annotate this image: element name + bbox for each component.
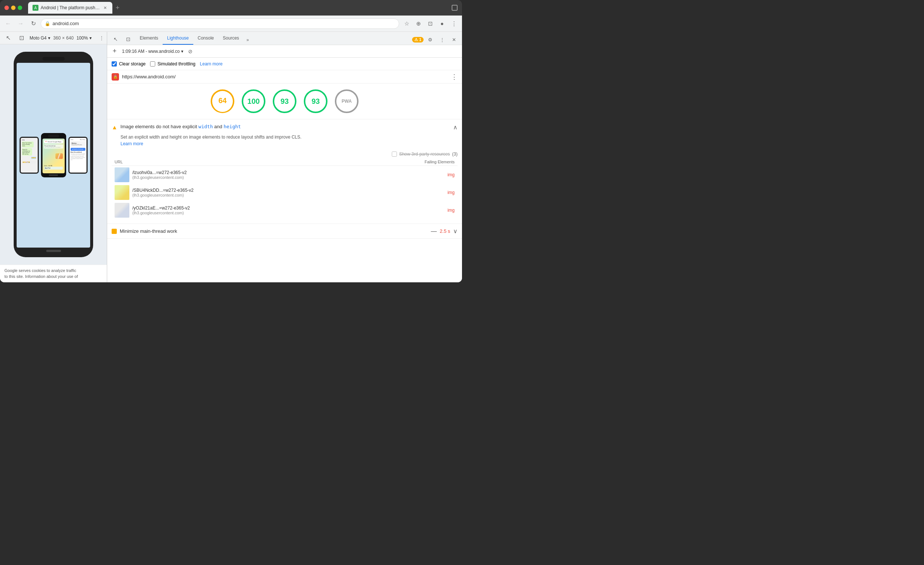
- table-row: /yOZkl21aE...=w272-e365-v2 (lh3.googleus…: [112, 201, 458, 219]
- footer-line-2: to this site. Information about your use…: [4, 274, 102, 279]
- device-tool-button[interactable]: ⊡: [123, 34, 134, 45]
- extension-button[interactable]: ⊕: [413, 18, 423, 29]
- webpage-view: ↖ ⊡ Moto G4 ▾ 360 × 640 100% ▾ ⋮: [0, 32, 107, 282]
- score-circle-best-practices[interactable]: 93: [273, 90, 296, 113]
- device-home-bar: [46, 250, 61, 252]
- address-bar[interactable]: 🔒 android.com: [40, 18, 399, 29]
- minimize-work-expand-button[interactable]: ∨: [453, 228, 458, 235]
- audit-description-text: Set an explicit width and height on imag…: [120, 135, 302, 140]
- url-text-2: /SBU4NckDD...=w272-e365-v2: [132, 188, 194, 193]
- devtools-tabs: ↖ ⊡ Elements Lighthouse Console Sources …: [107, 32, 462, 45]
- audit-table: URL Failing Elements: [112, 158, 458, 219]
- scores-row: 64 100 93: [107, 84, 462, 119]
- device-frame: John Wow! Can't believe they've already …: [14, 52, 93, 257]
- audit-title: Image elements do not have explicit widt…: [120, 124, 450, 129]
- lighthouse-session-time: 1:09:16 AM - www.android.co: [122, 49, 180, 54]
- third-party-label: Show 3rd-party resources: [399, 151, 450, 157]
- minimize-work-title: Minimize main-thread work: [120, 228, 428, 234]
- table-row: /SBU4NckDD...=w272-e365-v2 (lh3.googleus…: [112, 184, 458, 201]
- tab-sources[interactable]: Sources: [218, 32, 244, 45]
- score-best-practices: 93: [273, 90, 296, 113]
- cursor-mode-button[interactable]: ↖: [3, 33, 13, 43]
- forward-button[interactable]: →: [15, 18, 26, 29]
- audit-title-prefix: Image elements do not have explicit: [120, 124, 198, 129]
- tab-console[interactable]: Console: [193, 32, 218, 45]
- mini-phone-right: Home My Library Walden Henry David Thore…: [68, 137, 88, 174]
- score-circle-pwa[interactable]: PWA: [335, 90, 358, 113]
- profile-button[interactable]: ●: [437, 18, 447, 29]
- device-toggle-button[interactable]: ⊡: [16, 33, 27, 43]
- devtools-close-button[interactable]: ✕: [449, 34, 459, 45]
- lighthouse-session-selector[interactable]: 1:09:16 AM - www.android.co ▾: [122, 49, 183, 54]
- cast-button[interactable]: ⊡: [425, 18, 435, 29]
- table-row: /lzuohvi0a...=w272-e365-v2 (lh3.googleus…: [112, 166, 458, 184]
- dimension-display: 360 × 640: [53, 36, 74, 40]
- audit-warning-icon: ▲: [112, 124, 117, 131]
- new-tab-button[interactable]: +: [112, 3, 123, 13]
- simulated-throttling-label: Simulated throttling: [158, 61, 195, 66]
- devtools-kebab-button[interactable]: ⋮: [437, 34, 447, 45]
- lighthouse-add-button[interactable]: +: [110, 47, 119, 56]
- device-toolbar: ↖ ⊡ Moto G4 ▾ 360 × 640 100% ▾ ⋮: [0, 32, 107, 44]
- mini-phone-left: John Wow! Can't believe they've already …: [20, 137, 39, 174]
- audit-collapse-button[interactable]: ∧: [453, 124, 458, 131]
- back-button[interactable]: ←: [3, 18, 13, 29]
- audit-more-button[interactable]: ⋮: [451, 73, 458, 81]
- third-party-checkbox[interactable]: [392, 151, 397, 157]
- failing-element-3: img: [354, 201, 458, 219]
- maximize-traffic-light[interactable]: [18, 6, 22, 10]
- more-tabs-button[interactable]: »: [244, 35, 252, 45]
- device-frame-container: John Wow! Can't believe they've already …: [0, 44, 107, 265]
- audit-learn-more-link[interactable]: Learn more: [120, 141, 143, 146]
- minimize-work-header: Minimize main-thread work — 2.5 s ∨: [112, 228, 458, 235]
- mini-phone-center: 📍 Search Google Maps Pin your favourite …: [41, 133, 66, 177]
- traffic-lights: [4, 6, 22, 10]
- device-toolbar-more-button[interactable]: ⋮: [99, 36, 104, 40]
- tab-elements[interactable]: Elements: [135, 32, 163, 45]
- tab-title: Android | The platform pushing: [40, 5, 100, 10]
- minimize-traffic-light[interactable]: [11, 6, 15, 10]
- minimize-work-time: 2.5 s: [440, 228, 450, 234]
- menu-button[interactable]: ⋮: [449, 18, 459, 29]
- score-circle-accessibility[interactable]: 100: [242, 90, 266, 113]
- tab-bar: A Android | The platform pushing ✕ +: [28, 2, 449, 13]
- zoom-dropdown-icon: ▾: [90, 36, 92, 40]
- nav-actions: ☆ ⊕ ⊡ ● ⋮: [401, 18, 459, 29]
- clear-storage-checkbox[interactable]: [112, 61, 117, 66]
- score-circle-performance[interactable]: 64: [211, 90, 234, 113]
- col-url-header: URL: [112, 158, 354, 166]
- devtools-settings-button[interactable]: ⚙: [425, 34, 435, 45]
- url-thumb-1: [115, 167, 129, 182]
- tab-lighthouse[interactable]: Lighthouse: [163, 32, 193, 45]
- options-learn-more-link[interactable]: Learn more: [200, 61, 222, 66]
- close-traffic-light[interactable]: [4, 6, 9, 10]
- zoom-selector[interactable]: 100% ▾: [76, 36, 92, 40]
- simulated-throttling-checkbox[interactable]: [150, 61, 155, 66]
- reload-button[interactable]: ↻: [28, 18, 39, 29]
- lighthouse-clear-button[interactable]: ⊘: [186, 47, 194, 55]
- phones-group: John Wow! Can't believe they've already …: [20, 133, 88, 177]
- bookmark-button[interactable]: ☆: [401, 18, 412, 29]
- url-text-3: /yOZkl21aE...=w272-e365-v2: [132, 205, 190, 211]
- device-height: 640: [66, 36, 74, 40]
- score-performance: 64: [211, 90, 234, 113]
- devtools-panel: ↖ ⊡ Elements Lighthouse Console Sources …: [107, 32, 462, 282]
- window-expand-button[interactable]: [452, 5, 458, 11]
- zoom-level: 100%: [76, 36, 88, 40]
- cursor-tool-button[interactable]: ↖: [110, 34, 121, 45]
- score-circle-seo[interactable]: 93: [304, 90, 327, 113]
- active-tab[interactable]: A Android | The platform pushing ✕: [28, 2, 112, 13]
- audit-url-text: https://www.android.com/: [122, 74, 448, 79]
- audit-item-images: ▲ Image elements do not have explicit wi…: [107, 119, 462, 224]
- table-cell-url-3: /yOZkl21aE...=w272-e365-v2 (lh3.googleus…: [112, 201, 354, 219]
- devtools-tab-actions: ⚠ 1 ⚙ ⋮ ✕: [412, 34, 459, 45]
- tab-favicon: A: [33, 5, 39, 11]
- device-selector[interactable]: Moto G4 ▾: [30, 36, 50, 40]
- tab-close-button[interactable]: ✕: [102, 5, 108, 11]
- mini-screen-audiobook: Home My Library Walden Henry David Thore…: [69, 138, 87, 172]
- mini-screen-chat: John Wow! Can't believe they've already …: [21, 138, 38, 172]
- device-notch: [42, 57, 64, 61]
- audit-table-container: Show 3rd-party resources (3) URL Failing…: [112, 150, 458, 219]
- simulated-throttling-group: Simulated throttling: [150, 61, 195, 66]
- warning-badge: ⚠ 1: [412, 37, 423, 42]
